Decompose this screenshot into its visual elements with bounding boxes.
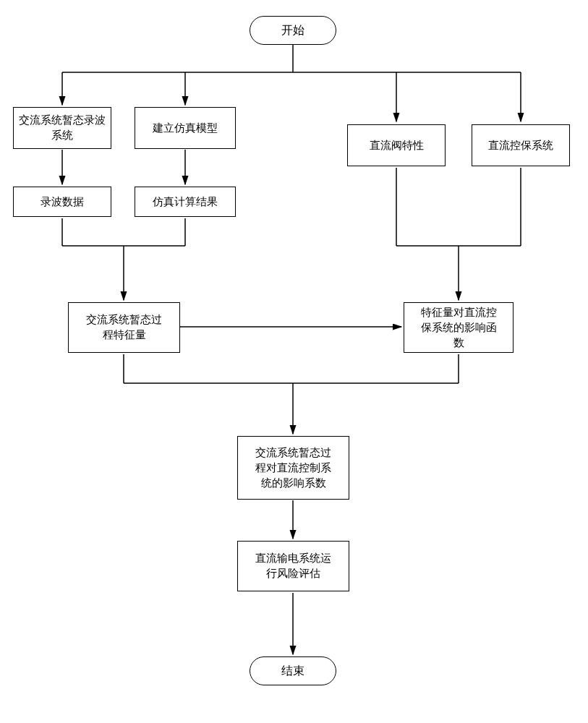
box-sim-calc-result: 仿真计算结果 — [135, 187, 236, 217]
box-feature-impact-func: 特征量对直流控 保系统的影响函 数 — [404, 302, 514, 353]
box-ac-transient-record-sys: 交流系统暂态录波 系统 — [13, 107, 111, 149]
terminator-end: 结束 — [250, 656, 336, 685]
end-label: 结束 — [281, 664, 304, 679]
label-sim-calc-result: 仿真计算结果 — [153, 194, 218, 210]
label-build-sim-model: 建立仿真模型 — [153, 121, 218, 136]
box-dc-valve-char: 直流阀特性 — [347, 124, 446, 166]
terminator-start: 开始 — [250, 16, 336, 45]
label-dc-valve-char: 直流阀特性 — [370, 138, 424, 153]
label-record-data: 录波数据 — [41, 194, 84, 210]
label-ac-transient-record-sys: 交流系统暂态录波 系统 — [19, 113, 106, 143]
box-dc-ctrl-protect-sys: 直流控保系统 — [472, 124, 570, 166]
box-ac-transient-feature: 交流系统暂态过 程特征量 — [68, 302, 180, 353]
box-record-data: 录波数据 — [13, 187, 111, 217]
box-ac-transient-impact-coef: 交流系统暂态过 程对直流控制系 统的影响系数 — [237, 436, 349, 500]
start-label: 开始 — [281, 23, 304, 38]
label-dc-ctrl-protect-sys: 直流控保系统 — [488, 138, 553, 153]
box-dc-transmission-risk: 直流输电系统运 行风险评估 — [237, 541, 349, 591]
label-dc-transmission-risk: 直流输电系统运 行风险评估 — [255, 551, 331, 581]
label-ac-transient-impact-coef: 交流系统暂态过 程对直流控制系 统的影响系数 — [255, 445, 331, 491]
box-build-sim-model: 建立仿真模型 — [135, 107, 236, 149]
label-ac-transient-feature: 交流系统暂态过 程特征量 — [86, 312, 162, 343]
label-feature-impact-func: 特征量对直流控 保系统的影响函 数 — [421, 305, 497, 351]
